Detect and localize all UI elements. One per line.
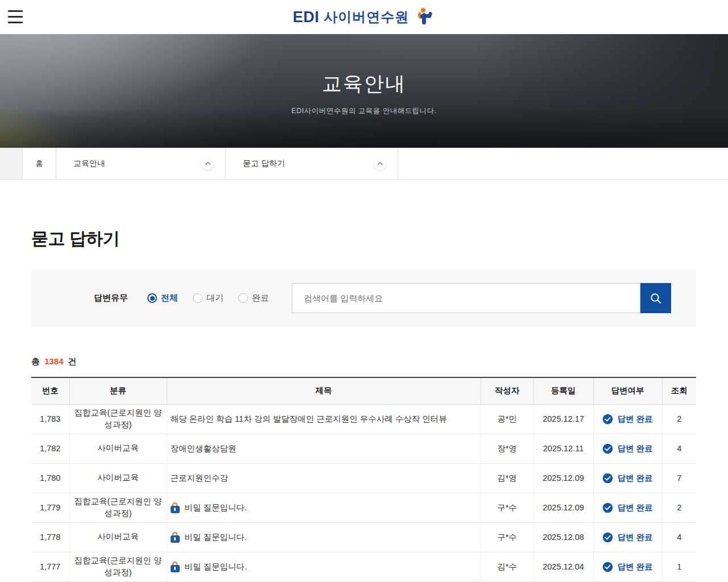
cell-date: 2025.12.08	[533, 522, 593, 552]
table-header: 번호 분류 제목 작성자 등록일 답변여부 조회	[31, 377, 696, 404]
cell-date: 2025.12.09	[533, 493, 593, 522]
search-bar	[292, 283, 671, 313]
cell-author: 김*수	[481, 552, 533, 581]
status-badge: 답변 완료	[617, 532, 652, 543]
check-circle-icon	[602, 443, 613, 454]
radio-waiting-circle	[193, 293, 202, 303]
qna-table: 번호 분류 제목 작성자 등록일 답변여부 조회 1,783 집합교육(근로지원…	[31, 377, 696, 582]
cell-views: 4	[662, 434, 696, 463]
table-row: 1,782 사이버교육 장애인생활상담원 장*영 2025.12.11 답변 완…	[31, 434, 696, 463]
cell-category: 집합교육(근로지원인 양성과정)	[69, 404, 167, 434]
cell-category: 사이버교육	[69, 463, 167, 493]
col-header-views: 조회	[662, 377, 696, 404]
cell-title[interactable]: 비밀 질문입니다.	[167, 522, 481, 552]
cell-no: 1,782	[31, 434, 69, 463]
top-header: EDI 사이버연수원	[0, 0, 728, 34]
status-badge: 답변 완료	[617, 473, 652, 484]
radio-completed[interactable]: 완료	[238, 293, 269, 304]
radio-waiting-label: 대기	[206, 293, 224, 304]
check-circle-icon	[602, 502, 613, 513]
chevron-up-icon	[201, 157, 214, 170]
lock-icon	[171, 502, 180, 513]
cell-status: 답변 완료	[593, 434, 662, 463]
check-circle-icon	[602, 414, 613, 425]
cell-status: 답변 완료	[593, 552, 662, 581]
total-count-value: 1384	[44, 356, 63, 366]
status-badge: 답변 완료	[617, 443, 652, 454]
cell-author: 구*수	[481, 522, 533, 552]
site-logo[interactable]: EDI 사이버연수원	[293, 6, 436, 28]
total-count: 총 1384 건	[31, 356, 696, 367]
search-icon	[649, 292, 663, 305]
cell-category: 집합교육(근로지원인 양성과정)	[69, 552, 167, 581]
check-circle-icon	[602, 473, 613, 484]
breadcrumb-level1-label: 교육안내	[73, 159, 105, 169]
radio-all[interactable]: 전체	[147, 293, 178, 304]
radio-all-circle	[147, 293, 157, 303]
post-title-text: 장애인생활상담원	[171, 443, 237, 454]
col-header-category: 분류	[69, 377, 167, 404]
table-row: 1,777 집합교육(근로지원인 양성과정) 비밀 질문입니다. 김*수 202…	[31, 552, 696, 581]
total-count-prefix: 총	[31, 356, 40, 366]
search-button[interactable]	[640, 283, 671, 313]
radio-all-label: 전체	[161, 293, 178, 304]
cell-no: 1,778	[31, 522, 69, 552]
cell-title[interactable]: 해당 온라인 학습 11차 강의 발달장애인 근로지원인 우수사례 수상작 인터…	[167, 404, 481, 434]
main-content: 묻고 답하기 답변유무 전체 대기 완료	[31, 227, 696, 582]
hamburger-menu-icon[interactable]	[8, 10, 23, 23]
logo-person-icon	[413, 6, 435, 28]
check-circle-icon	[602, 532, 613, 543]
cell-category: 집합교육(근로지원인 양성과정)	[69, 493, 167, 522]
filter-label: 답변유무	[94, 293, 128, 304]
radio-waiting[interactable]: 대기	[193, 293, 224, 304]
cell-status: 답변 완료	[593, 463, 662, 493]
hero-subtitle: EDI사이버연수원의 교육을 안내해드립니다.	[0, 106, 728, 116]
check-circle-icon	[602, 562, 613, 572]
post-title-text: 해당 온라인 학습 11차 강의 발달장애인 근로지원인 우수사례 수상작 인터…	[171, 414, 447, 425]
post-title-text: 비밀 질문입니다.	[185, 562, 247, 572]
cell-date: 2025.12.17	[533, 404, 593, 434]
status-badge: 답변 완료	[617, 562, 652, 572]
cell-author: 김*영	[481, 463, 533, 493]
post-title-text: 비밀 질문입니다.	[185, 502, 247, 513]
cell-status: 답변 완료	[593, 522, 662, 552]
radio-completed-label: 완료	[252, 293, 269, 304]
breadcrumb-spacer	[0, 148, 23, 179]
cell-views: 2	[662, 493, 696, 522]
col-header-title: 제목	[167, 377, 481, 404]
status-badge: 답변 완료	[617, 502, 652, 513]
total-count-suffix: 건	[68, 356, 77, 366]
col-header-author: 작성자	[481, 377, 533, 404]
breadcrumb-dropdown-level1[interactable]: 교육안내	[56, 148, 226, 179]
chevron-up-icon	[374, 157, 386, 170]
cell-views: 2	[662, 404, 696, 434]
cell-category: 사이버교육	[69, 434, 167, 463]
cell-title[interactable]: 장애인생활상담원	[167, 434, 481, 463]
cell-date: 2025.12.11	[533, 434, 593, 463]
cell-no: 1,779	[31, 493, 69, 522]
cell-title[interactable]: 근로지원인수강	[167, 463, 481, 493]
logo-text-ko: 사이버연수원	[324, 8, 409, 26]
hero-banner: 교육안내 EDI사이버연수원의 교육을 안내해드립니다.	[0, 34, 728, 148]
cell-author: 공*민	[481, 404, 533, 434]
breadcrumb-dropdown-level2[interactable]: 묻고 답하기	[226, 148, 398, 179]
cell-author: 구*수	[481, 493, 533, 522]
cell-views: 7	[662, 463, 696, 493]
lock-icon	[171, 532, 180, 543]
table-row: 1,780 사이버교육 근로지원인수강 김*영 2025.12.09 답변 완료…	[31, 463, 696, 493]
cell-no: 1,777	[31, 552, 69, 581]
col-header-status: 답변여부	[593, 377, 662, 404]
answer-status-radio-group: 전체 대기 완료	[147, 293, 269, 304]
cell-no: 1,780	[31, 463, 69, 493]
cell-no: 1,783	[31, 404, 69, 434]
search-input[interactable]	[292, 283, 640, 313]
hero-title: 교육안내	[0, 70, 728, 97]
cell-title[interactable]: 비밀 질문입니다.	[167, 493, 481, 522]
cell-title[interactable]: 비밀 질문입니다.	[167, 552, 481, 581]
cell-status: 답변 완료	[593, 493, 662, 522]
col-header-no: 번호	[31, 377, 69, 404]
cell-date: 2025.12.09	[533, 463, 593, 493]
breadcrumb-home[interactable]: 홈	[23, 148, 56, 179]
post-title-text: 근로지원인수강	[171, 473, 229, 484]
cell-views: 1	[662, 552, 696, 581]
